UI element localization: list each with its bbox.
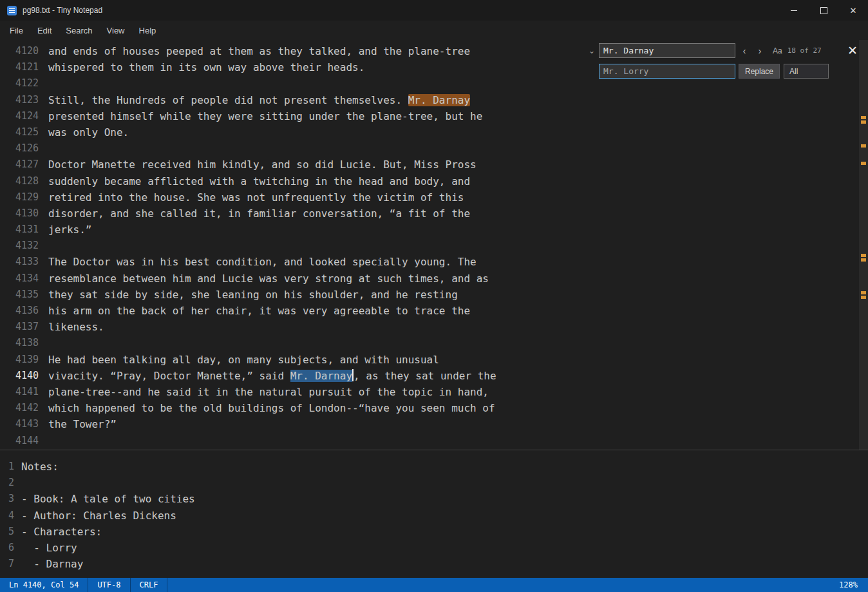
chevron-left-icon: ‹: [743, 45, 746, 56]
text-segment: vivacity. “Pray, Doctor Manette,” said: [48, 370, 290, 382]
editor-line: 4- Author: Charles Dickens: [0, 508, 868, 524]
text-segment: and ends of houses peeped at them as the…: [48, 45, 470, 57]
editor-line: 7 - Darnay: [0, 556, 868, 572]
menu-item-edit[interactable]: Edit: [30, 23, 59, 38]
replace-input[interactable]: [599, 64, 735, 79]
minimize-button[interactable]: [779, 0, 809, 21]
match-count: 18 of 27: [788, 46, 822, 55]
close-icon: ✕: [850, 6, 857, 15]
editor-line: 6 - Lorry: [0, 540, 868, 556]
chevron-right-icon: ›: [759, 45, 762, 56]
zoom-level: 128%: [829, 580, 868, 589]
line-text[interactable]: - Characters:: [21, 524, 102, 540]
toggle-replace-button[interactable]: ⌄: [587, 46, 596, 55]
line-text[interactable]: resemblance between him and Lucie was ve…: [48, 271, 489, 287]
search-match-highlight: Mr. Darnay: [408, 94, 470, 106]
search-result-marker: [861, 162, 866, 165]
text-segment: Doctor Manette received him kindly, and …: [48, 158, 476, 171]
editor-line: 4127Doctor Manette received him kindly, …: [0, 157, 868, 173]
line-number: 4135: [0, 287, 48, 303]
replace-all-button[interactable]: All: [784, 64, 829, 79]
line-text[interactable]: plane-tree--and he said it in the natura…: [48, 384, 489, 400]
editor-line: 4123Still, the Hundreds of people did no…: [0, 92, 868, 108]
line-number: 4129: [0, 189, 48, 205]
search-result-marker: [861, 144, 866, 148]
editor-line: 4130disorder, and she called it, in fami…: [0, 205, 868, 222]
line-text[interactable]: He had been talking all day, on many sub…: [48, 352, 439, 368]
menu-item-help[interactable]: Help: [132, 23, 164, 38]
replace-row: Replace All: [599, 64, 859, 79]
notes-editor-pane: 1Notes:23- Book: A tale of two cities4- …: [0, 455, 868, 578]
search-input[interactable]: [599, 43, 735, 58]
text-segment: disorder, and she called it, in familiar…: [48, 207, 470, 220]
line-number: 4134: [0, 271, 48, 287]
previous-match-button[interactable]: ‹: [738, 45, 751, 56]
line-number: 4143: [0, 416, 48, 432]
line-text[interactable]: retired into the house. She was not unfr…: [48, 189, 464, 205]
line-text[interactable]: - Lorry: [21, 540, 77, 556]
line-number: 4125: [0, 124, 48, 140]
text-segment: - Book: A tale of two cities: [21, 493, 195, 505]
chevron-down-icon: ⌄: [589, 46, 595, 55]
menu-item-search[interactable]: Search: [59, 23, 99, 38]
text-segment: - Darnay: [21, 558, 83, 570]
line-text[interactable]: jerks.”: [48, 222, 91, 238]
line-text[interactable]: Doctor Manette received him kindly, and …: [48, 157, 476, 173]
close-button[interactable]: ✕: [838, 0, 868, 21]
line-text[interactable]: his arm on the back of her chair, it was…: [48, 303, 470, 319]
main-editor-pane: 4120and ends of houses peeped at them as…: [0, 40, 868, 450]
replace-button[interactable]: Replace: [739, 64, 780, 79]
match-case-toggle[interactable]: Aa: [773, 46, 782, 55]
next-match-button[interactable]: ›: [753, 45, 766, 56]
pane-splitter[interactable]: [0, 450, 868, 455]
status-bar: Ln 4140, Col 54 UTF-8 CRLF 128%: [0, 578, 868, 592]
menu-item-file[interactable]: File: [3, 23, 30, 38]
line-text[interactable]: Still, the Hundreds of people did not pr…: [48, 92, 470, 108]
line-text[interactable]: and ends of houses peeped at them as the…: [48, 43, 470, 59]
editor-line: 3- Book: A tale of two cities: [0, 491, 868, 507]
line-text[interactable]: Notes:: [21, 459, 59, 475]
line-number: 4123: [0, 92, 48, 108]
minimize-icon: [791, 10, 797, 11]
line-number: 1: [0, 459, 21, 475]
line-number: 4131: [0, 222, 48, 238]
vertical-scrollbar[interactable]: [859, 40, 868, 450]
line-number: 4137: [0, 319, 48, 335]
editor-line: 4136his arm on the back of her chair, it…: [0, 303, 868, 319]
line-text[interactable]: - Author: Charles Dickens: [21, 508, 176, 524]
editor-line: 4132: [0, 238, 868, 254]
line-number: 4130: [0, 205, 48, 222]
line-text[interactable]: vivacity. “Pray, Doctor Manette,” said M…: [48, 368, 496, 384]
find-close-button[interactable]: ✕: [846, 44, 859, 57]
line-text[interactable]: disorder, and she called it, in familiar…: [48, 205, 470, 222]
editor-line: 4128suddenly became afflicted with a twi…: [0, 173, 868, 189]
line-number: 4121: [0, 59, 48, 75]
text-segment: Notes:: [21, 461, 59, 473]
line-text[interactable]: which happened to be the old buildings o…: [48, 400, 495, 416]
line-number: 2: [0, 475, 21, 491]
editor-line: 4143the Tower?”: [0, 416, 868, 432]
maximize-button[interactable]: [809, 0, 838, 21]
line-number: 4122: [0, 75, 48, 91]
line-text[interactable]: - Book: A tale of two cities: [21, 491, 195, 507]
line-text[interactable]: whispered to them in its own way above t…: [48, 59, 364, 75]
editor-line: 4126: [0, 140, 868, 157]
line-number: 4126: [0, 140, 48, 157]
editor-line: 4137likeness.: [0, 319, 868, 335]
menu-item-view[interactable]: View: [100, 23, 132, 38]
line-text[interactable]: was only One.: [48, 124, 129, 140]
line-number: 4144: [0, 433, 48, 449]
maximize-icon: [820, 7, 827, 14]
line-text[interactable]: presented himself while they were sittin…: [48, 108, 482, 124]
line-text[interactable]: they sat side by side, she leaning on hi…: [48, 287, 458, 303]
line-text[interactable]: suddenly became afflicted with a twitchi…: [48, 173, 470, 189]
line-text[interactable]: likeness.: [48, 319, 104, 335]
current-search-match: Mr. Darnay: [290, 370, 352, 382]
text-segment: suddenly became afflicted with a twitchi…: [48, 175, 470, 187]
line-number: 4138: [0, 335, 48, 351]
line-text[interactable]: the Tower?”: [48, 416, 117, 432]
text-segment: was only One.: [48, 126, 129, 138]
line-text[interactable]: - Darnay: [21, 556, 83, 572]
text-segment: his arm on the back of her chair, it was…: [48, 305, 470, 317]
line-text[interactable]: The Doctor was in his best condition, an…: [48, 254, 476, 270]
